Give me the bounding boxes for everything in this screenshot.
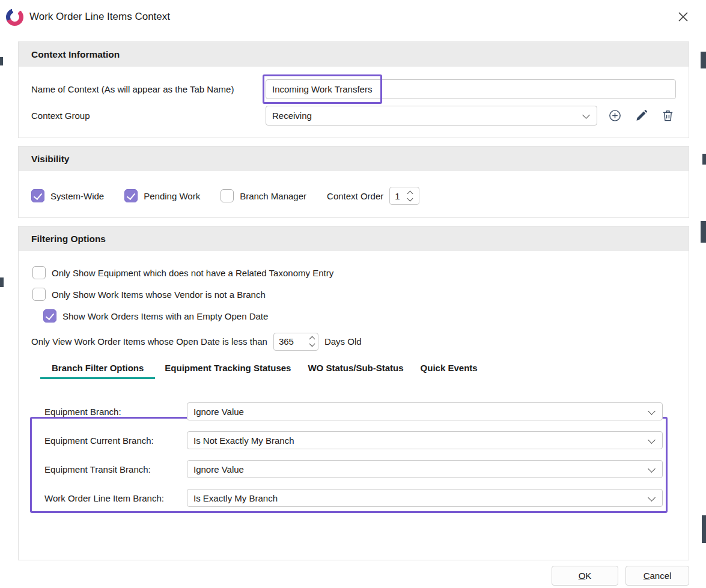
days-old-spinner[interactable]: 365: [273, 333, 318, 351]
context-order-label: Context Order: [327, 191, 383, 201]
branch-filter-rows: Equipment Branch: Ignore Value Equipment…: [31, 395, 676, 507]
checkbox-branch-manager[interactable]: Branch Manager: [221, 189, 306, 202]
chevron-down-icon: [648, 436, 656, 444]
checkbox-box-checked[interactable]: [43, 309, 56, 323]
checkbox-label: Only Show Work Items whose Vendor is not…: [52, 289, 266, 300]
dialog-footer: OK Cancel: [0, 560, 706, 586]
filter-tabs: Branch Filter Options Equipment Tracking…: [40, 363, 676, 379]
equipment-current-branch-label: Equipment Current Branch:: [44, 435, 187, 446]
checkbox-empty-open-date[interactable]: Show Work Orders Items with an Empty Ope…: [43, 309, 268, 323]
ok-button-label: OK: [552, 571, 618, 581]
edit-context-group-button[interactable]: [632, 107, 650, 125]
checkbox-label: Only Show Equipment which does not have …: [52, 268, 333, 278]
dialog-content: Context Information Name of Context (As …: [0, 34, 706, 560]
trash-icon: [661, 109, 675, 123]
filter-checkbox-row: Show Work Orders Items with an Empty Ope…: [43, 309, 676, 323]
context-group-select[interactable]: Receiving: [266, 106, 597, 126]
open-date-label: Only View Work Order Items whose Open Da…: [31, 336, 267, 347]
chevron-down-icon: [648, 494, 656, 502]
context-group-value: Receiving: [272, 111, 312, 121]
checkbox-box-unchecked[interactable]: [32, 266, 46, 279]
checkbox-label: Show Work Orders Items with an Empty Ope…: [62, 311, 268, 321]
visibility-header: Visibility: [19, 147, 689, 171]
filter-checkbox-row: Only Show Equipment which does not have …: [32, 265, 676, 280]
equipment-branch-select[interactable]: Ignore Value: [187, 402, 663, 420]
checkbox-box-checked[interactable]: [31, 189, 44, 202]
spinner-arrows-icon[interactable]: [310, 337, 314, 346]
visibility-panel: Visibility System-Wide Pending Work Bran…: [18, 146, 689, 218]
equipment-transit-branch-select[interactable]: Ignore Value: [187, 460, 663, 478]
circle-plus-icon: [608, 109, 622, 123]
close-icon: [677, 11, 689, 23]
filtering-options-panel: Filtering Options Only Show Equipment wh…: [18, 226, 689, 560]
add-context-group-button[interactable]: [606, 107, 624, 125]
checkbox-no-taxonomy-entry[interactable]: Only Show Equipment which does not have …: [32, 266, 333, 279]
days-old-value: 365: [279, 336, 294, 347]
chevron-down-icon: [582, 111, 590, 119]
tab-quick-events[interactable]: Quick Events: [413, 363, 485, 379]
wo-line-item-branch-label: Work Order Line Item Branch:: [44, 493, 187, 503]
checkbox-box-unchecked[interactable]: [32, 288, 46, 301]
background-window-fragment: [701, 221, 706, 243]
checkbox-box-checked[interactable]: [124, 189, 138, 202]
checkbox-label: System-Wide: [50, 191, 104, 201]
background-window-fragment: [702, 515, 706, 543]
context-name-label: Name of Context (As will appear as the T…: [31, 84, 266, 94]
context-information-panel: Context Information Name of Context (As …: [18, 41, 689, 138]
wo-line-item-branch-row: Work Order Line Item Branch: Is Exactly …: [44, 489, 676, 507]
select-value: Is Exactly My Branch: [193, 493, 278, 503]
equipment-current-branch-row: Equipment Current Branch: Is Not Exactly…: [44, 431, 676, 449]
equipment-transit-branch-row: Equipment Transit Branch: Ignore Value: [44, 460, 676, 478]
cancel-button[interactable]: Cancel: [625, 566, 689, 586]
chevron-down-icon: [648, 465, 656, 473]
checkbox-pending-work[interactable]: Pending Work: [124, 189, 200, 202]
tab-branch-filter-options[interactable]: Branch Filter Options: [40, 363, 155, 379]
context-group-label: Context Group: [31, 111, 266, 121]
background-window-fragment: [702, 154, 706, 165]
background-window-fragment: [701, 52, 706, 68]
checkbox-box-unchecked[interactable]: [221, 189, 234, 202]
tab-equipment-tracking-statuses[interactable]: Equipment Tracking Statuses: [157, 363, 298, 379]
context-group-row: Context Group Receiving: [31, 106, 676, 126]
filtering-options-header: Filtering Options: [19, 226, 689, 251]
equipment-branch-row: Equipment Branch: Ignore Value: [44, 402, 676, 420]
context-name-row: Name of Context (As will appear as the T…: [31, 79, 676, 99]
context-order-spinner[interactable]: 1: [389, 187, 419, 205]
ok-button[interactable]: OK: [552, 566, 618, 586]
wo-line-item-branch-select[interactable]: Is Exactly My Branch: [187, 489, 663, 507]
background-window-fragment: [0, 57, 3, 65]
equipment-transit-branch-label: Equipment Transit Branch:: [44, 464, 187, 474]
context-information-header: Context Information: [19, 42, 689, 67]
context-order-value: 1: [395, 191, 403, 201]
filter-checkbox-row: Only Show Work Items whose Vendor is not…: [32, 287, 676, 302]
equipment-branch-label: Equipment Branch:: [44, 407, 187, 417]
context-name-input[interactable]: [266, 79, 676, 99]
app-logo-icon: [6, 8, 23, 26]
delete-context-group-button[interactable]: [659, 107, 677, 125]
cancel-button-label: Cancel: [626, 571, 689, 581]
select-value: Is Not Exactly My Branch: [193, 435, 294, 446]
select-value: Ignore Value: [193, 464, 244, 474]
select-value: Ignore Value: [193, 407, 244, 417]
close-button[interactable]: [675, 8, 692, 25]
tab-wo-status-sub-status[interactable]: WO Status/Sub-Status: [300, 363, 410, 379]
days-old-suffix: Days Old: [324, 336, 362, 347]
open-date-row: Only View Work Order Items whose Open Da…: [31, 332, 676, 351]
checkbox-label: Pending Work: [144, 191, 200, 201]
pencil-icon: [634, 109, 648, 123]
chevron-down-icon: [648, 407, 656, 415]
equipment-current-branch-select[interactable]: Is Not Exactly My Branch: [187, 431, 663, 449]
spinner-arrows-icon[interactable]: [408, 192, 412, 201]
checkbox-label: Branch Manager: [240, 191, 306, 201]
checkbox-vendor-not-branch[interactable]: Only Show Work Items whose Vendor is not…: [32, 288, 266, 301]
dialog-title: Work Order Line Items Context: [29, 11, 170, 23]
background-window-fragment: [0, 277, 4, 287]
checkbox-system-wide[interactable]: System-Wide: [31, 189, 104, 202]
dialog-titlebar: Work Order Line Items Context: [0, 0, 706, 34]
